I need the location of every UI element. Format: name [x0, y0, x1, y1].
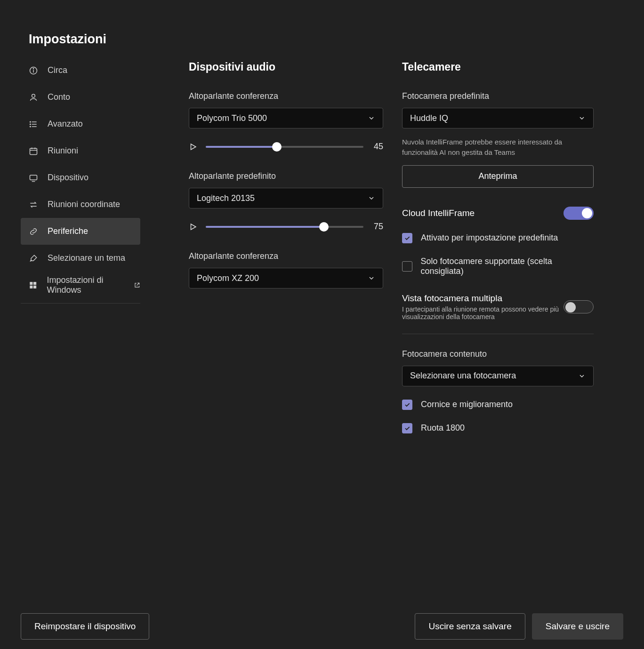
save-and-exit-button[interactable]: Salvare e uscire	[532, 613, 623, 640]
supported-only-checkbox[interactable]	[402, 261, 412, 272]
content-camera-value: Selezionare una fotocamera	[410, 371, 516, 381]
conference-speaker-2-label: Altoparlante conferenza	[189, 251, 383, 261]
content-camera-select[interactable]: Selezionare una fotocamera	[402, 366, 594, 386]
cloud-intelliframe-title: Cloud IntelliFrame	[402, 208, 475, 218]
conference-speaker-volume-slider[interactable]	[206, 146, 363, 148]
conference-speaker-label: Altoparlante conferenza	[189, 91, 383, 101]
chevron-down-icon	[578, 114, 586, 122]
info-icon	[29, 66, 38, 75]
calendar-icon	[29, 146, 38, 156]
sidebar-item-peripherals[interactable]: Periferiche	[21, 218, 140, 245]
sidebar-item-coordinated-meetings[interactable]: Riunioni coordinate	[21, 191, 140, 218]
sidebar: Circa Conto Avanzato Riunioni Dispositiv…	[21, 57, 140, 304]
play-test-sound-button[interactable]	[189, 143, 197, 151]
svg-point-4	[30, 121, 31, 122]
sidebar-item-about[interactable]: Circa	[21, 57, 140, 84]
default-camera-select[interactable]: Huddle IQ	[402, 108, 594, 128]
svg-rect-16	[30, 282, 32, 285]
conference-speaker-select[interactable]: Polycom Trio 5000	[189, 108, 383, 128]
list-icon	[29, 120, 38, 129]
sidebar-item-advanced[interactable]: Avanzato	[21, 111, 140, 137]
external-link-icon	[134, 282, 140, 288]
sidebar-item-label: Circa	[48, 65, 67, 75]
footer: Reimpostare il dispositivo Uscire senza …	[21, 613, 623, 640]
sidebar-item-label: Riunioni coordinate	[48, 200, 120, 209]
default-speaker-value: Logitech 20135	[197, 193, 255, 203]
default-camera-value: Huddle IQ	[410, 113, 448, 123]
content-camera-field: Fotocamera contenuto Selezionare una fot…	[402, 349, 594, 433]
sidebar-item-label: Riunioni	[48, 146, 78, 156]
conference-speaker-value: Polycom Trio 5000	[197, 113, 267, 123]
sidebar-item-theme[interactable]: Selezionare un tema	[21, 245, 140, 272]
default-speaker-volume-value: 75	[372, 222, 383, 232]
enabled-by-default-label: Attivato per impostazione predefinita	[421, 233, 558, 243]
rotate-1800-row[interactable]: Ruota 1800	[402, 423, 594, 433]
swap-icon	[29, 200, 38, 209]
multi-camera-view-row: Vista fotocamera multipla I partecipanti…	[402, 293, 594, 320]
link-icon	[29, 227, 38, 236]
chevron-down-icon	[578, 372, 586, 380]
sidebar-item-label: Avanzato	[48, 119, 83, 129]
supported-only-row[interactable]: Solo fotocamere supportate (scelta consi…	[402, 256, 594, 276]
default-speaker-field: Altoparlante predefinito Logitech 20135 …	[189, 171, 383, 232]
reset-device-button[interactable]: Reimpostare il dispositivo	[21, 613, 149, 640]
frame-enhance-checkbox[interactable]	[402, 400, 412, 410]
default-camera-field: Fotocamera predefinita Huddle IQ Nuvola …	[402, 91, 594, 188]
conference-speaker-2-value: Polycom XZ 200	[197, 273, 259, 283]
divider	[402, 334, 594, 334]
rotate-1800-label: Ruota 1800	[421, 423, 465, 433]
default-camera-label: Fotocamera predefinita	[402, 91, 594, 101]
intelliframe-note: Nuvola IntelliFrame potrebbe essere inte…	[402, 137, 594, 158]
audio-section: Dispositivi audio Altoparlante conferenz…	[189, 61, 383, 288]
cameras-section: Telecamere Fotocamera predefinita Huddle…	[402, 61, 594, 433]
person-icon	[29, 93, 38, 102]
default-speaker-label: Altoparlante predefinito	[189, 171, 383, 181]
svg-marker-21	[191, 224, 196, 230]
svg-point-6	[30, 124, 31, 125]
sidebar-item-label: Conto	[48, 92, 70, 102]
svg-point-8	[30, 126, 31, 127]
conference-speaker-field: Altoparlante conferenza Polycom Trio 500…	[189, 91, 383, 152]
conference-speaker-2-select[interactable]: Polycom XZ 200	[189, 268, 383, 288]
monitor-icon	[29, 173, 38, 183]
svg-rect-14	[30, 175, 37, 180]
multi-camera-view-title: Vista fotocamera multipla	[402, 293, 502, 303]
sidebar-item-label: Dispositivo	[48, 173, 89, 183]
enabled-by-default-checkbox[interactable]	[402, 233, 412, 243]
brush-icon	[29, 254, 38, 263]
page-title: Impostazioni	[29, 32, 106, 47]
cloud-intelliframe-toggle[interactable]	[564, 207, 594, 220]
enabled-by-default-row[interactable]: Attivato per impostazione predefinita	[402, 233, 594, 243]
sidebar-item-label: Periferiche	[48, 226, 88, 236]
multi-camera-view-hint: I partecipanti alla riunione remota poss…	[402, 305, 564, 320]
default-speaker-select[interactable]: Logitech 20135	[189, 188, 383, 208]
sidebar-item-windows-settings[interactable]: Impostazioni di Windows	[21, 272, 140, 298]
supported-only-label: Solo fotocamere supportate (scelta consi…	[421, 256, 594, 276]
sidebar-item-meetings[interactable]: Riunioni	[21, 137, 140, 164]
conference-speaker-volume-value: 45	[372, 142, 383, 152]
preview-button[interactable]: Anteprima	[402, 165, 594, 188]
chevron-down-icon	[368, 114, 375, 122]
cameras-section-title: Telecamere	[402, 61, 594, 73]
svg-rect-19	[33, 285, 36, 288]
svg-rect-10	[30, 148, 37, 154]
exit-without-saving-button[interactable]: Uscire senza salvare	[415, 613, 525, 640]
rotate-1800-checkbox[interactable]	[402, 423, 412, 433]
default-speaker-volume-slider[interactable]	[206, 226, 363, 228]
svg-marker-20	[191, 144, 196, 150]
svg-rect-18	[30, 285, 32, 288]
chevron-down-icon	[368, 194, 375, 202]
frame-enhance-label: Cornice e miglioramento	[421, 400, 513, 409]
sidebar-item-account[interactable]: Conto	[21, 84, 140, 111]
svg-point-2	[33, 68, 33, 69]
sidebar-item-label: Impostazioni di Windows	[47, 275, 133, 295]
sidebar-item-device[interactable]: Dispositivo	[21, 164, 140, 191]
play-test-sound-button[interactable]	[189, 223, 197, 231]
svg-point-3	[32, 94, 35, 97]
multi-camera-view-toggle[interactable]	[564, 300, 594, 313]
conference-speaker-2-field: Altoparlante conferenza Polycom XZ 200	[189, 251, 383, 288]
cloud-intelliframe-row: Cloud IntelliFrame	[402, 207, 594, 220]
frame-enhance-row[interactable]: Cornice e miglioramento	[402, 400, 594, 410]
sidebar-item-label: Selezionare un tema	[48, 253, 125, 263]
audio-section-title: Dispositivi audio	[189, 61, 383, 73]
